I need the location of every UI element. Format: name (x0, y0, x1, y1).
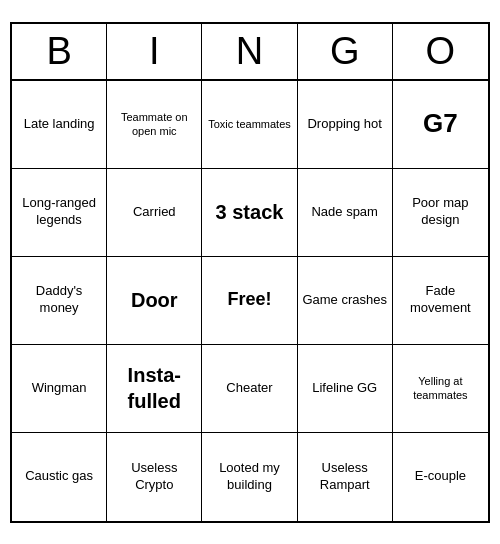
bingo-letter-g: G (298, 24, 393, 79)
bingo-cell-9[interactable]: Poor map design (393, 169, 488, 257)
bingo-cell-10[interactable]: Daddy's money (12, 257, 107, 345)
bingo-cell-23[interactable]: Useless Rampart (298, 433, 393, 521)
bingo-cell-0[interactable]: Late landing (12, 81, 107, 169)
bingo-cell-2[interactable]: Toxic teammates (202, 81, 297, 169)
bingo-cell-7[interactable]: 3 stack (202, 169, 297, 257)
bingo-cell-5[interactable]: Long-ranged legends (12, 169, 107, 257)
bingo-letter-i: I (107, 24, 202, 79)
bingo-cell-13[interactable]: Game crashes (298, 257, 393, 345)
bingo-cell-3[interactable]: Dropping hot (298, 81, 393, 169)
bingo-cell-16[interactable]: Insta-fulled (107, 345, 202, 433)
bingo-cell-20[interactable]: Caustic gas (12, 433, 107, 521)
bingo-cell-18[interactable]: Lifeline GG (298, 345, 393, 433)
bingo-card: BINGO Late landingTeammate on open micTo… (10, 22, 490, 523)
bingo-cell-15[interactable]: Wingman (12, 345, 107, 433)
bingo-letter-n: N (202, 24, 297, 79)
bingo-letter-b: B (12, 24, 107, 79)
bingo-cell-21[interactable]: Useless Crypto (107, 433, 202, 521)
bingo-cell-12[interactable]: Free! (202, 257, 297, 345)
bingo-cell-19[interactable]: Yelling at teammates (393, 345, 488, 433)
bingo-header: BINGO (12, 24, 488, 81)
bingo-cell-6[interactable]: Carried (107, 169, 202, 257)
bingo-cell-11[interactable]: Door (107, 257, 202, 345)
bingo-grid: Late landingTeammate on open micToxic te… (12, 81, 488, 521)
bingo-cell-24[interactable]: E-couple (393, 433, 488, 521)
bingo-cell-17[interactable]: Cheater (202, 345, 297, 433)
bingo-cell-4[interactable]: G7 (393, 81, 488, 169)
bingo-cell-14[interactable]: Fade movement (393, 257, 488, 345)
bingo-cell-8[interactable]: Nade spam (298, 169, 393, 257)
bingo-cell-22[interactable]: Looted my building (202, 433, 297, 521)
bingo-letter-o: O (393, 24, 488, 79)
bingo-cell-1[interactable]: Teammate on open mic (107, 81, 202, 169)
